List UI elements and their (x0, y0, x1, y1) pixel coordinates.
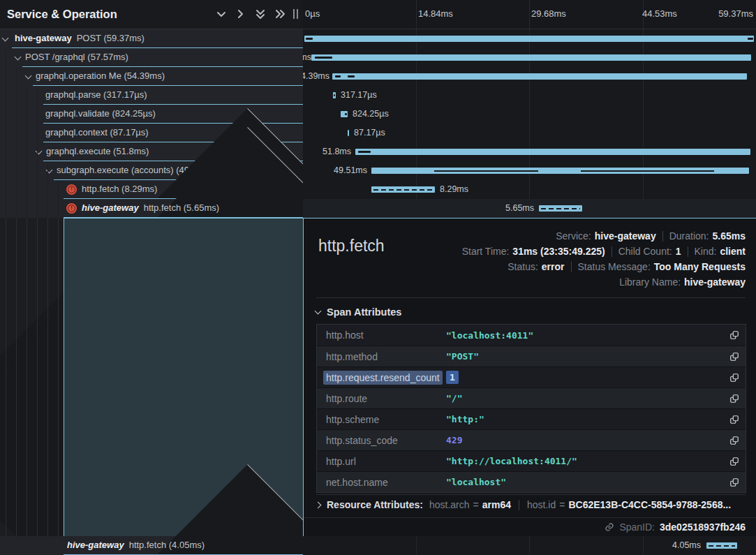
attribute-row: http.status_code 429 (317, 429, 746, 450)
overview-line: Start Time:31ms (23:35:49.225) Child Cou… (462, 244, 746, 259)
attribute-row: http.url "http://localhost:4011/" (317, 450, 746, 471)
divider (571, 262, 572, 272)
copy-icon[interactable] (729, 373, 739, 383)
timeline-row[interactable]: 4.05ms (303, 536, 756, 555)
field-label: Status: (507, 261, 538, 272)
tree-row-hive-gateway-post[interactable]: hive-gatewayPOST (59.37ms) (0, 29, 303, 48)
attribute-key: http.route (326, 393, 446, 404)
indent-guide (47, 161, 48, 218)
span-attributes-toggle[interactable]: Span Attributes (316, 306, 401, 318)
timeline-panel: 0µs 14.84ms 29.68ms 44.53ms 59.37ms 57.5… (303, 0, 756, 555)
tree-header-title: Service & Operation (7, 8, 117, 21)
attribute-key: http.scheme (326, 414, 446, 425)
indent-guide (16, 67, 17, 218)
span-bar[interactable] (348, 130, 349, 136)
operation-label: graphql.operation Me (54.39ms) (36, 67, 165, 85)
collapse-all-icon[interactable] (252, 7, 269, 22)
panel-splitter-handle[interactable] (293, 9, 298, 19)
axis-tick (416, 0, 417, 29)
resource-key: host.arch (429, 499, 470, 510)
span-self-time-mark (315, 57, 332, 59)
field-label: Status Message: (578, 261, 651, 272)
chevron-down-icon[interactable] (213, 7, 230, 22)
span-bar[interactable] (355, 149, 750, 155)
timeline-row[interactable]: 49.51ms (303, 161, 756, 180)
child-span-marks (709, 545, 735, 547)
field-label: Duration: (669, 230, 709, 242)
indent-guide (27, 218, 27, 555)
span-duration-label: 824.25µs (353, 105, 389, 124)
tree-row-http-fetch-405[interactable]: hive-gatewayhttp.fetch (4.05ms) (0, 536, 303, 555)
overview-line: Library Name:hive-gateway (619, 274, 746, 290)
timeline-row[interactable]: 8.29ms (303, 180, 756, 199)
indent-guide (37, 218, 38, 555)
copy-icon[interactable] (729, 415, 739, 425)
child-span-mark (581, 170, 714, 172)
overview-line: Service:hive-gateway Duration:5.65ms (556, 228, 746, 244)
attribute-value: 1 (446, 371, 459, 384)
indent-guide (47, 218, 48, 555)
copy-icon[interactable] (729, 478, 739, 488)
chevron-down-icon[interactable] (25, 73, 32, 80)
tree-row-post-graphql[interactable]: POST /graphql (57.57ms) (0, 48, 303, 67)
chevron-right-icon[interactable] (232, 7, 249, 22)
attribute-key: http.url (326, 456, 446, 467)
operation-label: http.fetch (4.05ms) (129, 540, 205, 550)
span-self-time-mark (345, 113, 347, 115)
operation-label: http.fetch (8.29ms) (82, 180, 157, 198)
tree-row-http-fetch-565-selected[interactable]: ! hive-gatewayhttp.fetch (5.65ms) (0, 199, 303, 218)
error-icon: ! (66, 184, 77, 195)
tree-row-graphql-parse[interactable]: graphql.parse (317.17µs) (0, 86, 303, 105)
timeline-row[interactable]: 317.17µs (303, 86, 756, 105)
resource-attributes-toggle[interactable]: Resource Attributes: host.arch = arm64 h… (316, 499, 731, 510)
child-span-marks (541, 208, 580, 209)
timeline-row[interactable]: 824.25µs (303, 105, 756, 124)
tree-row-graphql-operation[interactable]: graphql.operation Me (54.39ms) (0, 67, 303, 86)
field-value: client (720, 246, 746, 257)
link-icon[interactable] (605, 522, 614, 532)
divider (662, 231, 663, 242)
field-value: hive-gateway (684, 276, 746, 288)
attribute-row: http.method "POST" (317, 346, 746, 367)
field-label: Child Count: (618, 246, 672, 257)
axis-tick-label: 29.68ms (531, 8, 566, 19)
timeline-row[interactable]: 87.17µs (303, 124, 756, 142)
divider (316, 297, 746, 298)
expand-all-icon[interactable] (272, 7, 288, 22)
span-bar[interactable] (311, 54, 751, 61)
timeline-row-selected[interactable]: 5.65ms (303, 199, 756, 218)
span-duration-label: 57.57ms (303, 48, 311, 67)
equals-sign: = (473, 499, 479, 510)
span-duration-label: 4.05ms (672, 536, 701, 555)
timeline-row[interactable]: 57.57ms (303, 48, 756, 67)
span-title: http.fetch (318, 237, 385, 256)
chevron-down-icon[interactable] (15, 54, 22, 61)
span-bar[interactable] (332, 73, 747, 80)
chevron-down-icon[interactable] (2, 35, 9, 42)
field-label: Start Time: (462, 246, 510, 257)
span-self-time-mark (358, 151, 371, 153)
error-icon: ! (66, 203, 77, 214)
timeline-row[interactable]: 51.8ms (303, 142, 756, 161)
timeline-row[interactable] (303, 29, 756, 48)
copy-icon[interactable] (729, 394, 739, 404)
resource-value: BC62E13B-C4CC-5854-9788-2568... (568, 499, 731, 510)
span-duration-label: 8.29ms (440, 180, 468, 199)
span-attributes-table: http.host "localhost:4011" http.method "… (316, 324, 746, 493)
span-duration-label: 317.17µs (341, 86, 377, 105)
copy-icon[interactable] (729, 457, 739, 467)
span-bar[interactable] (304, 36, 754, 42)
equals-sign: = (559, 499, 565, 510)
operation-label: graphql.parse (317.17µs) (45, 86, 147, 104)
indent-guide (58, 218, 59, 555)
divider (519, 500, 519, 510)
copy-icon[interactable] (729, 352, 739, 362)
tree-header: Service & Operation (0, 0, 303, 29)
attribute-value: 429 (446, 435, 462, 445)
axis-tick-label: 0µs (305, 8, 320, 19)
copy-icon[interactable] (729, 436, 739, 446)
copy-icon[interactable] (729, 330, 739, 341)
attribute-key: net.host.name (326, 477, 446, 488)
span-duration-label: 87.17µs (354, 124, 385, 142)
timeline-row[interactable]: 54.39ms (303, 67, 756, 86)
